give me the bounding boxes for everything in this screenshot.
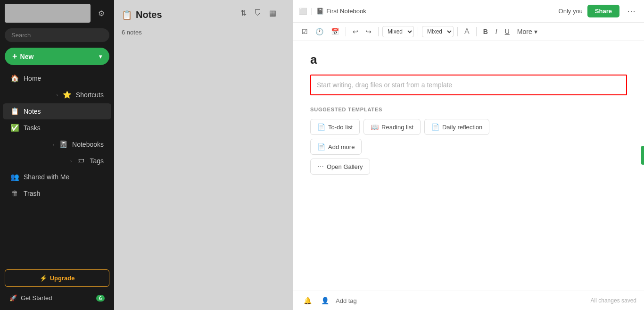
add-more-icon: 📄: [317, 143, 325, 151]
search-input[interactable]: [5, 28, 109, 42]
get-started-item[interactable]: 🚀 Get Started 6: [5, 291, 109, 305]
sidebar-item-shortcuts[interactable]: › ⭐ Shortcuts: [3, 87, 111, 103]
calendar-icon: 📅: [331, 28, 339, 35]
suggested-templates-label: SUGGESTED TEMPLATES: [310, 107, 627, 112]
settings-button[interactable]: ⚙: [93, 5, 109, 21]
reading-icon: 📖: [371, 123, 379, 131]
plus-icon: +: [12, 51, 17, 61]
underline-icon: U: [505, 28, 510, 35]
underline-button[interactable]: U: [502, 26, 512, 37]
writing-placeholder: Start writing, drag files or start from …: [317, 81, 452, 89]
footer-left: 🔔 👤 Add tag: [301, 295, 357, 306]
tasks-icon: ✅: [10, 124, 19, 132]
sidebar-item-label: Shortcuts: [76, 91, 104, 99]
font-size-select[interactable]: Mixed: [422, 26, 454, 37]
template-reading[interactable]: 📖 Reading list: [363, 119, 421, 135]
editor-footer: 🔔 👤 Add tag All changes saved: [293, 291, 644, 310]
chevron-down-icon: ▾: [99, 53, 102, 60]
template-add-more[interactable]: 📄 Add more: [310, 139, 362, 155]
user-avatar: [5, 4, 91, 23]
notebook-name: First Notebook: [326, 8, 366, 15]
notebook-label[interactable]: 📓 First Notebook: [316, 8, 366, 15]
new-button[interactable]: + New ▾: [5, 48, 109, 65]
add-tag-label: Add tag: [336, 297, 357, 304]
sidebar-item-tasks[interactable]: ✅ Tasks: [3, 120, 111, 136]
sidebar-item-label: Tasks: [24, 124, 41, 132]
trash-icon: 🗑: [10, 189, 19, 197]
sidebar-item-trash[interactable]: 🗑 Trash: [3, 185, 111, 201]
sidebar-top: ⚙: [0, 0, 114, 26]
shared-icon: 👥: [10, 173, 19, 181]
bell-button[interactable]: 🔔: [301, 295, 314, 306]
highlight-icon: A: [464, 27, 470, 36]
notebooks-icon: 📓: [59, 140, 67, 149]
writing-area[interactable]: Start writing, drag files or start from …: [310, 75, 627, 95]
sidebar-item-label: Shared with Me: [24, 173, 69, 181]
tags-icon: 🏷: [76, 157, 85, 165]
toolbar-divider-2: [378, 27, 379, 36]
search-container: [0, 26, 114, 46]
template-reading-label: Reading list: [381, 124, 413, 131]
sidebar: ⚙ + New ▾ 🏠 Home › ⭐ Shortcuts 📋 Notes ✅…: [0, 0, 114, 310]
bold-button[interactable]: B: [480, 26, 491, 37]
get-started-label: Get Started: [21, 294, 52, 302]
gear-icon: ⚙: [98, 9, 105, 18]
checkbox-toolbar-btn[interactable]: ☑: [299, 26, 311, 37]
notes-list: [114, 40, 293, 310]
sidebar-item-shared[interactable]: 👥 Shared with Me: [3, 169, 111, 185]
chevron-right-icon: ›: [70, 158, 72, 164]
editor-content: a Start writing, drag files or start fro…: [293, 41, 644, 291]
sidebar-item-notebooks[interactable]: › 📓 Notebooks: [3, 136, 111, 152]
home-icon: 🏠: [10, 74, 19, 83]
checkbox-icon: ☑: [302, 28, 308, 35]
layout-button[interactable]: ▦: [267, 7, 278, 19]
template-daily-label: Daily reflection: [442, 124, 482, 131]
notes-icon: 📋: [10, 107, 19, 116]
font-family-select[interactable]: Mixed: [382, 26, 414, 37]
new-button-label: New: [20, 53, 34, 60]
share-button[interactable]: Share: [587, 5, 619, 17]
more-options-button[interactable]: ⋯: [624, 4, 638, 18]
sidebar-item-home[interactable]: 🏠 Home: [3, 70, 111, 86]
bold-icon: B: [483, 28, 488, 35]
notes-header: 📋 Notes ⇅ ⛉ ▦: [114, 0, 293, 27]
sidebar-item-tags[interactable]: › 🏷 Tags: [3, 153, 111, 168]
todo-icon: 📄: [317, 123, 325, 131]
note-title[interactable]: a: [310, 52, 627, 67]
calendar-toolbar-btn[interactable]: 📅: [328, 26, 342, 37]
template-add-more-label: Add more: [328, 143, 355, 151]
person-icon-button[interactable]: 👤: [318, 295, 332, 306]
clock-toolbar-btn[interactable]: 🕐: [313, 26, 326, 37]
chevron-right-icon: ›: [52, 142, 54, 147]
upgrade-button[interactable]: ⚡ Upgrade: [5, 269, 109, 287]
highlight-button[interactable]: A: [462, 25, 472, 38]
notebook-icon: 📓: [316, 8, 324, 15]
bell-icon: 🔔: [304, 297, 312, 304]
filter-button[interactable]: ⛉: [252, 7, 264, 19]
chevron-right-icon: ›: [56, 92, 58, 98]
sidebar-item-label: Notes: [24, 108, 41, 115]
expand-icon[interactable]: ⬜: [299, 8, 307, 15]
sort-button[interactable]: ⇅: [239, 7, 248, 19]
more-formatting-button[interactable]: More ▾: [514, 26, 540, 37]
template-todo[interactable]: 📄 To-do list: [310, 119, 360, 135]
daily-icon: 📄: [431, 123, 439, 131]
sidebar-item-label: Notebooks: [72, 141, 104, 148]
redo-button[interactable]: ↪: [363, 26, 374, 37]
template-open-gallery[interactable]: ⋯ Open Gallery: [310, 159, 370, 175]
filter-icon: ⛉: [254, 9, 262, 17]
italic-button[interactable]: I: [493, 26, 500, 37]
sort-icon: ⇅: [240, 9, 247, 17]
sidebar-item-label: Home: [24, 75, 41, 82]
editor-panel: ⬜ | 📓 First Notebook Only you Share ⋯ ☑ …: [293, 0, 644, 310]
italic-icon: I: [495, 28, 497, 35]
notes-toolbar: ⇅ ⛉ ▦: [231, 7, 286, 23]
undo-button[interactable]: ↩: [350, 26, 361, 37]
template-daily[interactable]: 📄 Daily reflection: [424, 119, 489, 135]
add-tag-button[interactable]: Add tag: [336, 297, 357, 304]
green-sidebar-tab[interactable]: [641, 146, 644, 165]
toolbar-divider-5: [476, 27, 477, 36]
gallery-icon: ⋯: [317, 163, 324, 170]
sidebar-item-label: Trash: [24, 190, 40, 197]
sidebar-item-notes[interactable]: 📋 Notes: [3, 103, 111, 119]
